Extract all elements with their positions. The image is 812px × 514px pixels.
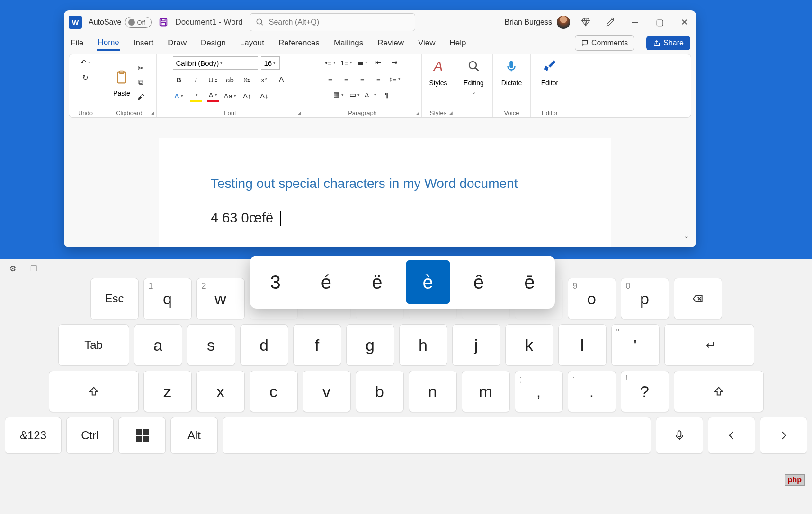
key-b[interactable]: b	[356, 371, 404, 412]
clear-formatting-button[interactable]: A̶	[275, 73, 287, 86]
menu-file[interactable]: File	[70, 36, 84, 50]
key-q[interactable]: 1q	[143, 278, 192, 319]
editor-button[interactable]: Editor	[540, 56, 560, 108]
key-ctrl[interactable]: Ctrl	[66, 417, 114, 454]
key-n[interactable]: n	[409, 371, 457, 412]
key-enter[interactable]	[664, 324, 754, 366]
highlight-button[interactable]	[190, 89, 202, 102]
clipboard-dialog-launcher-icon[interactable]: ◢	[151, 110, 154, 115]
bullets-button[interactable]: •≡	[324, 56, 337, 69]
minimize-button[interactable]: ─	[626, 13, 644, 31]
osk-settings-icon[interactable]: ⚙	[9, 264, 16, 273]
menu-help[interactable]: Help	[449, 36, 467, 50]
borders-button[interactable]: ▭	[348, 89, 361, 101]
copy-button[interactable]: ⧉	[134, 76, 147, 89]
text-effects-button[interactable]: A	[173, 89, 185, 102]
editing-button[interactable]: Editing ⌄	[464, 56, 484, 108]
paste-button[interactable]: Paste	[112, 68, 132, 97]
key-h[interactable]: h	[399, 324, 447, 366]
bold-button[interactable]: B	[173, 73, 185, 86]
search-input[interactable]: Search (Alt+Q)	[250, 13, 415, 31]
menu-layout[interactable]: Layout	[239, 36, 265, 50]
key-w[interactable]: 2w	[196, 278, 245, 319]
sort-button[interactable]: A↓	[365, 89, 377, 101]
key-o[interactable]: 9o	[568, 278, 616, 319]
italic-button[interactable]: I	[190, 73, 202, 86]
styles-dialog-launcher-icon[interactable]: ◢	[449, 110, 453, 115]
accent-option-e-circumflex[interactable]: ê	[456, 260, 501, 304]
font-dialog-launcher-icon[interactable]: ◢	[297, 110, 301, 115]
key-alt[interactable]: Alt	[170, 417, 218, 454]
osk-clipboard-icon[interactable]: ❐	[30, 264, 37, 273]
menu-draw[interactable]: Draw	[167, 36, 187, 50]
diamond-icon[interactable]	[577, 13, 595, 31]
key-a[interactable]: a	[134, 324, 182, 366]
pen-icon[interactable]	[601, 13, 619, 31]
shrink-font-button[interactable]: A↓	[258, 89, 270, 102]
account-button[interactable]: Brian Burgess	[505, 16, 571, 29]
key-symbols[interactable]: &123	[5, 417, 62, 454]
key-z[interactable]: z	[143, 371, 192, 412]
key-f[interactable]: f	[293, 324, 341, 366]
decrease-indent-button[interactable]: ⇤	[373, 56, 385, 69]
line-spacing-button[interactable]: ↕≡	[389, 72, 401, 85]
superscript-button[interactable]: x²	[258, 73, 270, 86]
key-g[interactable]: g	[346, 324, 394, 366]
key-x[interactable]: x	[196, 371, 245, 412]
menu-view[interactable]: View	[417, 36, 437, 50]
accent-option-3[interactable]: 3	[253, 260, 298, 304]
key-question[interactable]: !?	[621, 371, 669, 412]
maximize-button[interactable]: ▢	[651, 13, 669, 31]
align-left-button[interactable]: ≡	[324, 72, 337, 85]
key-shift-left[interactable]	[49, 371, 139, 412]
paragraph-dialog-launcher-icon[interactable]: ◢	[416, 110, 419, 115]
key-tab[interactable]: Tab	[58, 324, 129, 366]
accent-option-e-grave[interactable]: è ➤	[406, 260, 450, 304]
key-shift-right[interactable]	[674, 371, 764, 412]
menu-references[interactable]: References	[277, 36, 321, 50]
menu-mailings[interactable]: Mailings	[333, 36, 364, 50]
key-arrow-left[interactable]	[708, 417, 755, 454]
share-button[interactable]: Share	[646, 36, 690, 50]
key-s[interactable]: s	[187, 324, 235, 366]
menu-insert[interactable]: Insert	[133, 36, 155, 50]
menu-home[interactable]: Home	[97, 36, 120, 51]
change-case-button[interactable]: Aa	[224, 89, 236, 102]
key-apostrophe[interactable]: "'	[611, 324, 660, 366]
key-period[interactable]: :.	[568, 371, 616, 412]
key-c[interactable]: c	[250, 371, 298, 412]
increase-indent-button[interactable]: ⇥	[389, 56, 401, 69]
show-marks-button[interactable]: ¶	[381, 89, 393, 101]
accent-option-e-acute[interactable]: é	[304, 260, 348, 304]
key-p[interactable]: 0p	[621, 278, 669, 319]
repeat-button[interactable]: ↻	[80, 71, 92, 84]
document-canvas[interactable]: Testing out special characters in my Wor…	[159, 138, 611, 247]
cut-button[interactable]: ✂	[134, 62, 147, 74]
close-button[interactable]: ✕	[675, 13, 693, 31]
undo-button[interactable]: ↶	[80, 56, 92, 69]
menu-review[interactable]: Review	[376, 36, 405, 50]
autosave-toggle[interactable]: AutoSave Off	[89, 17, 152, 28]
shading-button[interactable]: ▦	[332, 89, 345, 101]
key-mic[interactable]	[656, 417, 703, 454]
menu-design[interactable]: Design	[200, 36, 227, 50]
grow-font-button[interactable]: A↑	[241, 89, 253, 102]
justify-button[interactable]: ≡	[373, 72, 385, 85]
font-size-select[interactable]: 16	[261, 56, 280, 70]
strikethrough-button[interactable]: ab	[224, 73, 236, 86]
key-m[interactable]: m	[462, 371, 510, 412]
accent-option-e-macron[interactable]: ē	[507, 260, 552, 304]
align-center-button[interactable]: ≡	[340, 72, 353, 85]
ribbon-collapse-icon[interactable]: ⌄	[684, 232, 689, 239]
key-backspace[interactable]	[674, 278, 722, 319]
font-name-select[interactable]: Calibri (Body)	[173, 56, 258, 70]
dictate-button[interactable]: Dictate	[501, 56, 522, 108]
font-color-button[interactable]: A	[207, 89, 219, 102]
key-j[interactable]: j	[452, 324, 500, 366]
key-k[interactable]: k	[505, 324, 553, 366]
comments-button[interactable]: Comments	[575, 35, 634, 51]
key-windows[interactable]	[118, 417, 166, 454]
accent-option-e-diaeresis[interactable]: ë	[355, 260, 399, 304]
key-space[interactable]	[223, 417, 651, 454]
key-d[interactable]: d	[240, 324, 288, 366]
